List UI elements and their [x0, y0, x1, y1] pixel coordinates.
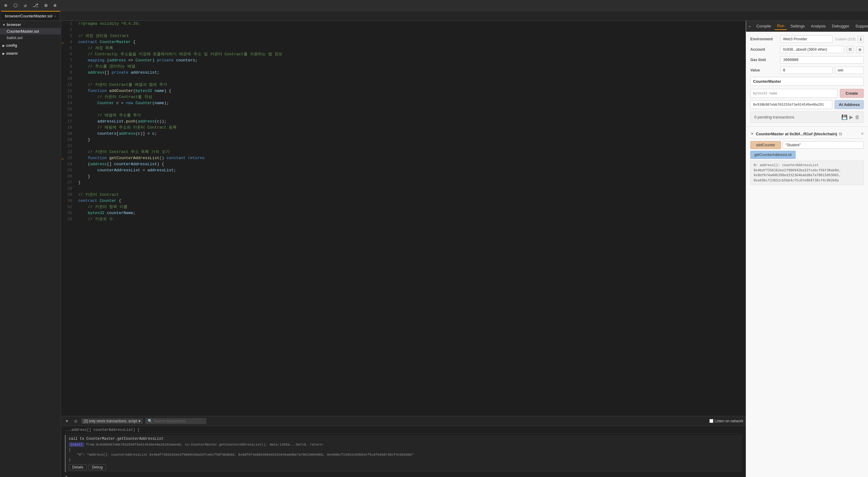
- grid-icon[interactable]: ⊞: [43, 2, 49, 9]
- nav-analysis[interactable]: Analysis: [808, 23, 828, 30]
- code-line-27: 27 }: [61, 179, 746, 186]
- call-detail-open: {: [69, 447, 739, 452]
- addcounter-input[interactable]: [783, 141, 864, 149]
- listen-on-network-label[interactable]: Listen on network: [709, 419, 743, 423]
- code-line-18: 18 // 매핑에 주소와 카운터 Contract 등록: [61, 125, 746, 131]
- value-input[interactable]: [780, 67, 833, 74]
- code-line-26: 26 }: [61, 173, 746, 179]
- console-filter-dropdown[interactable]: [2] only remix transactions, script ▾: [81, 418, 143, 424]
- environment-select[interactable]: Web3 Provider JavaScript VM Injected Web…: [780, 35, 833, 43]
- result-block: 0: address[]: counterAddressList 0x4bdf7…: [750, 161, 864, 185]
- pending-save-btn[interactable]: 💾: [841, 114, 847, 120]
- gas-limit-label: Gas limit: [750, 58, 778, 62]
- code-line-28: 28: [61, 186, 746, 192]
- call-detail-from: [call] from:0x938b987ebb7652556f3e014549…: [69, 442, 739, 447]
- console-area: ▼ ⊘ [2] only remix transactions, script …: [61, 416, 746, 477]
- code-line-31: 31 // 카운터 항목 이름: [61, 204, 746, 210]
- pending-trash-btn[interactable]: 🗑: [855, 114, 860, 120]
- code-line-24: 24 (address[] counterAddressList) {: [61, 161, 746, 167]
- search-input[interactable]: [154, 419, 204, 423]
- console-prompt: >: [65, 475, 742, 477]
- code-line-7: 7 mapping (address => Counter) private c…: [61, 58, 746, 64]
- chevron-right-icon: ▶: [2, 44, 5, 47]
- sidebar-swarm-header[interactable]: ▶ swarm: [0, 50, 61, 57]
- nav-support[interactable]: Support: [853, 23, 868, 30]
- nav-compile[interactable]: Compile: [754, 23, 774, 30]
- code-line-20: 20 }: [61, 137, 746, 143]
- details-button[interactable]: Details: [69, 464, 87, 470]
- deployed-close-btn[interactable]: ×: [861, 131, 864, 137]
- chevron-down-icon: ▾: [138, 419, 140, 423]
- pending-play-btn[interactable]: ▶: [849, 114, 853, 120]
- deployed-title-row: ▼ CounterMaster at 0x3bf...f51ef (blockc…: [750, 131, 842, 137]
- chevron-right-icon2: ▶: [2, 52, 5, 55]
- console-collapse-btn[interactable]: ▼: [64, 418, 70, 424]
- addcounter-button[interactable]: addCounter: [750, 141, 781, 149]
- code-line-3: 3 // 계정 관리용 Contract: [61, 33, 746, 39]
- contract-select-row: CounterMaster Counter: [750, 77, 864, 86]
- deployed-expand-icon[interactable]: ▼: [750, 132, 754, 136]
- code-line-4: ⚠4 contract CounterMaster {: [61, 39, 746, 45]
- environment-info-btn[interactable]: ℹ: [858, 36, 864, 43]
- chevron-down-icon: ▼: [2, 23, 5, 27]
- code-line-19: 19 counters[address(c)] = c;: [61, 131, 746, 137]
- deployed-contract-name: CounterMaster at 0x3bf...f51ef (blockcha…: [756, 132, 837, 136]
- nav-debugger[interactable]: Debugger: [830, 23, 852, 30]
- value-label: Value: [750, 68, 778, 72]
- result-value-1: 0x8df6f4a006390ed3323646a6d8e7a700150930…: [754, 173, 860, 178]
- at-address-input[interactable]: [750, 100, 832, 109]
- plus-icon[interactable]: ⊕: [3, 2, 8, 9]
- sidebar-section-config: ▶ config: [0, 41, 61, 49]
- create-button[interactable]: Create: [840, 89, 864, 98]
- code-line-15: 15: [61, 106, 746, 112]
- sidebar-section-swarm: ▶ swarm: [0, 49, 61, 58]
- getcounteraddresslist-button[interactable]: getCounterAddressList: [750, 151, 796, 159]
- nav-run[interactable]: Run: [774, 22, 787, 30]
- code-line-12: 12 function addCounter(bytes32 name) {: [61, 88, 746, 94]
- code-line-13: 13 // 카운터 Contract를 작성: [61, 94, 746, 100]
- code-line-14: 14 Counter c = new Counter(name);: [61, 100, 746, 106]
- code-line-17: 17 addressList.push(address(c));: [61, 118, 746, 125]
- contract-select[interactable]: CounterMaster Counter: [750, 77, 864, 86]
- tab-label: browser/CounterMaster.sol: [5, 14, 52, 18]
- sidebar-file-countermaster[interactable]: CounterMaster.sol: [0, 28, 61, 35]
- code-line-29: 29 // 카운터 Contract: [61, 192, 746, 198]
- nav-settings[interactable]: Settings: [788, 23, 807, 30]
- hexagon-icon[interactable]: ⬡: [12, 2, 19, 9]
- listen-checkbox[interactable]: [709, 419, 713, 423]
- console-clear-btn[interactable]: ⊘: [73, 418, 79, 424]
- method-row-getcounteraddresslist: getCounterAddressList: [750, 151, 864, 159]
- account-plus-btn[interactable]: ⊕: [856, 46, 864, 53]
- gas-limit-input[interactable]: [780, 56, 864, 64]
- code-editor[interactable]: 1 //pragma solidity ^0.4.20; 2 3 // 계정 관…: [61, 21, 746, 416]
- code-line-16: 16 // 배열에 주소를 추가: [61, 112, 746, 118]
- value-unit-select[interactable]: wei gwei finney ether: [835, 67, 864, 74]
- code-line-9: 9 address[] private addressList;: [61, 70, 746, 76]
- cross-icon[interactable]: ⊗: [52, 2, 58, 9]
- create-param-input[interactable]: [750, 89, 837, 98]
- tab-close-icon[interactable]: ×: [54, 14, 56, 18]
- sidebar-file-ballot[interactable]: ballot.sol: [0, 35, 61, 41]
- code-line-33: 33 // 카운트 수: [61, 216, 746, 222]
- account-select[interactable]: 0x938...abea9 (3904 ether): [780, 46, 844, 53]
- account-copy-btn[interactable]: ⧉: [847, 46, 854, 53]
- at-address-button[interactable]: At Address: [835, 100, 864, 109]
- sidebar-browser-header[interactable]: ▼ browser: [0, 22, 61, 28]
- debug-button[interactable]: Debug: [89, 464, 106, 470]
- tab-bar: browser/CounterMaster.sol ×: [0, 11, 868, 21]
- environment-badge: Custom (123): [835, 37, 856, 41]
- console-search-box[interactable]: 🔍: [145, 418, 206, 424]
- refresh-icon[interactable]: ↺: [23, 2, 28, 9]
- deployed-copy-btn[interactable]: ⧉: [839, 131, 842, 137]
- sidebar-config-label: config: [6, 43, 17, 48]
- sidebar-browser-label: browser: [7, 23, 21, 27]
- code-line-25: 25 counterAddressList = addressList;: [61, 167, 746, 173]
- environment-row: Environment Web3 Provider JavaScript VM …: [750, 35, 864, 43]
- branch-icon[interactable]: ⎇: [31, 2, 39, 9]
- right-nav-arrow[interactable]: »: [748, 24, 751, 29]
- code-line-23: ⚠23 function getCounterAddressList() con…: [61, 155, 746, 161]
- code-line-22: 22 // 카운터 Contract 주소 목록 가져 오기: [61, 149, 746, 155]
- sidebar-config-header[interactable]: ▶ config: [0, 42, 61, 49]
- active-tab[interactable]: browser/CounterMaster.sol ×: [1, 11, 60, 21]
- console-toolbar: ▼ ⊘ [2] only remix transactions, script …: [61, 416, 746, 426]
